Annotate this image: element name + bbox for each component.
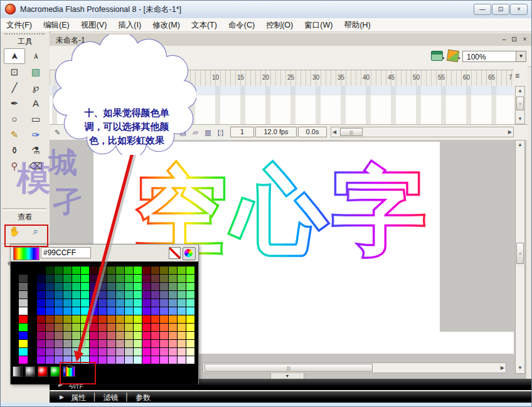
swatch-3399FF[interactable] [116,307,124,315]
swatch-33CC66[interactable] [125,283,133,290]
swatch-FF3300[interactable] [151,315,159,323]
swatch-CC9900[interactable] [116,315,124,323]
swatch-006633[interactable] [55,275,63,282]
swatch-000000[interactable] [37,267,45,274]
swatch-6699FF[interactable] [169,307,177,315]
tab-属性[interactable]: 属性 [71,393,86,403]
swatch-33CC33[interactable] [125,275,133,282]
swatch-660000[interactable] [142,267,151,274]
swatch-339900[interactable] [116,267,124,274]
subselection-tool[interactable]: ➢ [25,48,46,64]
tab-滤镜[interactable]: 滤镜 [104,393,119,403]
scroll-up-icon[interactable]: ▲ [516,140,524,149]
swatch-FFFF00[interactable] [19,340,28,347]
swatch-CC00CC[interactable] [90,348,98,356]
panel-grip[interactable] [4,33,45,34]
swatch-9900CC[interactable] [37,348,45,356]
swatch-CC66FF[interactable] [107,356,115,364]
swatch-CCFF66[interactable] [134,332,142,339]
swatch-66CC66[interactable] [178,283,186,290]
color-wheel-button[interactable] [183,247,196,260]
menu-item-O[interactable]: 控制(O) [260,18,299,31]
swatch-336666[interactable] [107,283,115,290]
swatch-99CC00[interactable] [72,315,80,323]
radial-red-swatch[interactable] [38,366,48,377]
swatch-996600[interactable] [55,315,63,323]
swatch-00FF00[interactable] [19,324,28,331]
swatch-660066[interactable] [142,283,151,290]
swatch-669999[interactable] [169,291,177,299]
gradient-transform-tool[interactable]: ▧ [25,64,46,80]
swatch-FF99CC[interactable] [169,348,177,356]
swatch-66CCCC[interactable] [178,299,186,307]
swatch-0099FF[interactable] [63,307,72,315]
edit-multiple-frames-icon[interactable]: [:] [215,127,226,137]
swatch-FF3333[interactable] [151,324,159,331]
scrollbar-thumb[interactable]: ||| [340,128,363,136]
swatch-9999CC[interactable] [63,348,72,356]
swatch-00CCFF[interactable] [72,307,80,315]
scroll-up-icon[interactable]: ▲ [516,87,524,95]
swatch-999966[interactable] [63,332,72,339]
eyedropper-tool[interactable]: ⚲ [4,158,25,174]
swatch-33FF66[interactable] [134,283,142,290]
swatch-CC0099[interactable] [90,340,98,347]
scroll-down-icon[interactable]: ▼ [516,115,524,124]
swatch-663300[interactable] [151,267,159,274]
swatch-993366[interactable] [46,332,54,339]
close-button[interactable]: × [510,4,528,15]
swatch-CCCCCC[interactable] [125,348,133,356]
swatch-FF6699[interactable] [160,340,168,347]
scroll-down-icon[interactable]: ▼ [516,364,524,373]
swatch-666666[interactable] [19,283,28,290]
swatch-339933[interactable] [116,275,124,282]
menu-item-W[interactable]: 窗口(W) [299,18,338,31]
swatch-66CCFF[interactable] [178,307,186,315]
swatch-FF0099[interactable] [142,340,151,347]
lasso-tool[interactable]: ℘ [25,80,46,95]
swatch-FFCCCC[interactable] [178,348,186,356]
swatch-66CC99[interactable] [178,291,186,299]
swatch-CC99FF[interactable] [116,356,124,364]
swatch-990066[interactable] [37,332,45,339]
swatch-FF9999[interactable] [169,340,177,347]
swatch-3333CC[interactable] [98,299,107,307]
swatch-FFCC99[interactable] [178,340,186,347]
swatch-00CC00[interactable] [72,267,80,274]
eraser-tool[interactable]: ⌫ [25,158,46,174]
swatch-00FF00[interactable] [81,267,89,274]
swatch-FF9966[interactable] [169,332,177,339]
swatch-996666[interactable] [55,332,63,339]
radial-grayscale-swatch[interactable] [25,366,35,377]
swatch-99CC66[interactable] [72,332,80,339]
swatch-660099[interactable] [142,291,151,299]
swatch-33FF00[interactable] [134,267,142,274]
swatch-0000FF[interactable] [19,332,28,339]
pen-tool[interactable]: ✒ [4,95,25,111]
swatch-666633[interactable] [160,275,168,282]
swatch-FF99FF[interactable] [169,356,177,364]
swatch-9900FF[interactable] [37,356,45,364]
swatch-FFFF66[interactable] [186,332,194,339]
swatch-CCFF99[interactable] [134,340,142,347]
swatch-66CC00[interactable] [178,267,186,274]
tab-参数[interactable]: 参数 [136,393,151,403]
restore-button[interactable]: ⊡ [492,4,509,15]
swatch-CCCC99[interactable] [125,340,133,347]
swatch-009933[interactable] [63,275,72,282]
swatch-66CC33[interactable] [178,275,186,282]
swatch-CC3333[interactable] [98,324,107,331]
swatch-660033[interactable] [142,275,151,282]
swatch-003399[interactable] [46,291,54,299]
swatch-990000[interactable] [37,315,45,323]
swatch-CCFF00[interactable] [134,315,142,323]
current-frame-box[interactable]: 1 [230,127,254,137]
pencil-tool[interactable]: ✎ [4,127,25,142]
rectangle-tool[interactable]: ▭ [25,111,46,127]
scrollbar-thumb[interactable]: ≡ [516,97,524,110]
swatch-003366[interactable] [46,283,54,290]
swatch-663333[interactable] [151,275,159,282]
swatch-669900[interactable] [169,267,177,274]
swatch-990099[interactable] [37,340,45,347]
timeline-horizontal-scrollbar[interactable]: ◀ ||| ▶ [331,127,514,137]
